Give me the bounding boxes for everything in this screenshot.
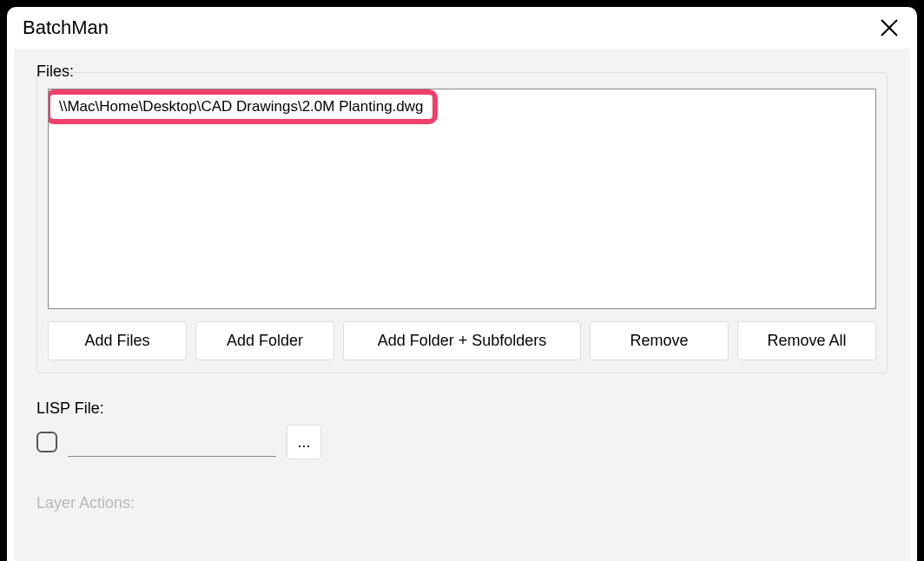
layer-actions-section: Layer Actions: [36,494,888,512]
add-files-button[interactable]: Add Files [48,321,187,360]
add-folder-button[interactable]: Add Folder [195,321,334,360]
lisp-row: ... [36,425,888,459]
lisp-section: LISP File: ... [36,399,888,459]
file-item[interactable]: \\Mac\Home\Desktop\CAD Drawings\2.0M Pla… [59,98,424,116]
dialog-window: BatchMan Files: \\Mac\Home\Desktop\CAD D… [7,7,917,561]
titlebar: BatchMan [7,7,917,49]
window-title: BatchMan [23,16,109,39]
remove-all-button[interactable]: Remove All [737,321,876,360]
close-button[interactable] [877,16,901,40]
layer-actions-label: Layer Actions: [36,494,888,512]
dialog-content: Files: \\Mac\Home\Desktop\CAD Drawings\2… [14,49,910,561]
files-group: Files: \\Mac\Home\Desktop\CAD Drawings\2… [36,49,888,373]
files-fieldset: \\Mac\Home\Desktop\CAD Drawings\2.0M Pla… [36,72,888,373]
close-icon [879,17,900,38]
lisp-file-input[interactable] [68,427,276,457]
remove-button[interactable]: Remove [590,321,729,360]
lisp-label: LISP File: [36,399,888,418]
add-folder-subfolders-button[interactable]: Add Folder + Subfolders [343,321,581,360]
highlight-annotation: \\Mac\Home\Desktop\CAD Drawings\2.0M Pla… [48,89,438,124]
files-listbox[interactable]: \\Mac\Home\Desktop\CAD Drawings\2.0M Pla… [48,89,876,309]
files-button-row: Add Files Add Folder Add Folder + Subfol… [48,321,876,360]
lisp-checkbox[interactable] [36,432,57,452]
lisp-browse-button[interactable]: ... [287,425,321,459]
